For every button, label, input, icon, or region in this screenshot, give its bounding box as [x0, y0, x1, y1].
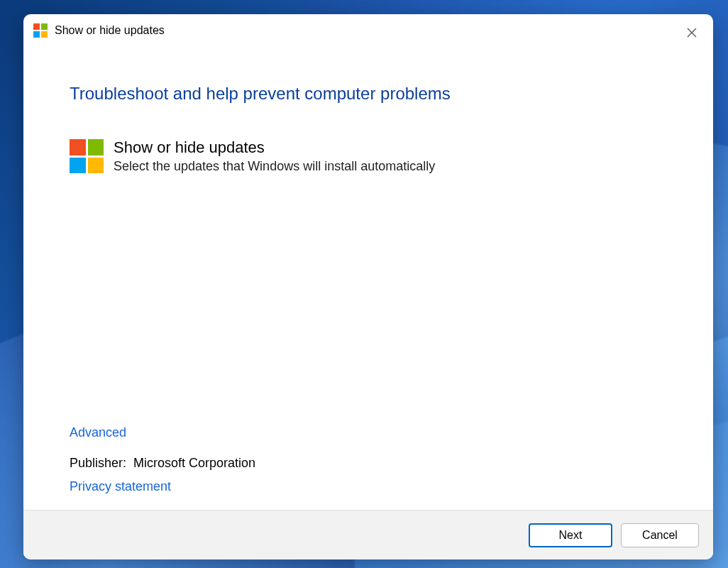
- item-title: Show or hide updates: [114, 138, 435, 158]
- publisher-value: Microsoft Corporation: [133, 456, 255, 470]
- page-heading: Troubleshoot and help prevent computer p…: [70, 84, 667, 104]
- bottom-links: Advanced Publisher: Microsoft Corporatio…: [70, 425, 255, 494]
- advanced-link[interactable]: Advanced: [70, 425, 126, 440]
- close-button[interactable]: [682, 23, 702, 43]
- dialog-footer: Next Cancel: [23, 510, 713, 559]
- dialog-header: Show or hide updates: [23, 14, 713, 47]
- item-description: Select the updates that Windows will ins…: [114, 158, 435, 175]
- troubleshooter-dialog: Show or hide updates Troubleshoot and he…: [23, 14, 713, 559]
- next-button[interactable]: Next: [529, 523, 612, 547]
- close-icon: [687, 28, 697, 38]
- content-area: Troubleshoot and help prevent computer p…: [23, 47, 713, 510]
- troubleshooter-item-text: Show or hide updates Select the updates …: [114, 138, 435, 175]
- publisher-row: Publisher: Microsoft Corporation: [70, 456, 255, 471]
- microsoft-logo-icon: [33, 23, 48, 38]
- privacy-statement-link[interactable]: Privacy statement: [70, 479, 255, 494]
- troubleshooter-item: Show or hide updates Select the updates …: [70, 138, 667, 175]
- microsoft-logo-icon: [70, 139, 104, 173]
- publisher-label: Publisher:: [70, 456, 126, 470]
- cancel-button[interactable]: Cancel: [621, 523, 699, 547]
- window-title: Show or hide updates: [55, 24, 165, 37]
